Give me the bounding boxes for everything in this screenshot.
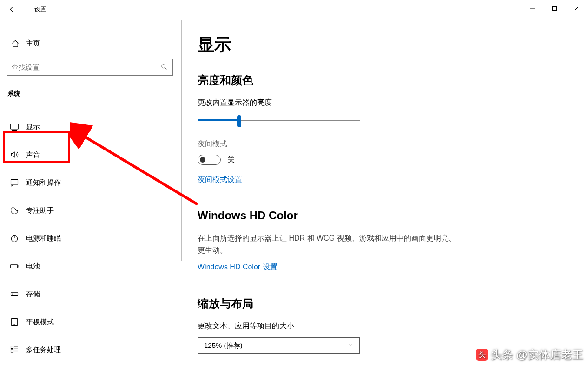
brightness-slider[interactable] xyxy=(198,113,360,124)
search-input[interactable]: 查找设置 xyxy=(7,59,173,76)
night-mode-label: 夜间模式 xyxy=(198,139,588,149)
back-button[interactable] xyxy=(3,0,21,19)
night-mode-toggle[interactable] xyxy=(198,155,221,165)
scale-dropdown[interactable]: 125% (推荐) xyxy=(198,337,360,354)
brightness-section: 亮度和颜色 更改内置显示器的亮度 夜间模式 关 夜间模式设置 xyxy=(198,73,588,185)
svg-line-5 xyxy=(165,68,166,69)
watermark-text: 头条 @实体店老王 xyxy=(491,347,583,362)
multitask-icon xyxy=(8,345,20,354)
svg-point-4 xyxy=(162,64,165,68)
sidebar-item-label: 存储 xyxy=(26,290,40,299)
sidebar-item-label: 多任务处理 xyxy=(26,346,61,354)
display-icon xyxy=(8,122,20,131)
scale-heading: 缩放与布局 xyxy=(198,296,588,311)
svg-rect-17 xyxy=(11,346,13,349)
sidebar-item-multitask[interactable]: 多任务处理 xyxy=(6,336,184,364)
night-mode-state: 关 xyxy=(227,155,235,165)
sidebar-item-label: 电源和睡眠 xyxy=(26,234,61,243)
section-label: 系统 xyxy=(6,90,184,98)
brightness-slider-label: 更改内置显示器的亮度 xyxy=(198,98,588,108)
svg-rect-6 xyxy=(11,124,19,129)
notify-icon xyxy=(8,178,20,187)
content-area: 显示 亮度和颜色 更改内置显示器的亮度 夜间模式 关 夜间模式设置 Window… xyxy=(184,19,588,366)
search-icon xyxy=(160,63,168,72)
scrollbar[interactable] xyxy=(181,20,182,261)
sidebar-item-focus[interactable]: 专注助手 xyxy=(6,196,184,224)
sidebar-item-storage[interactable]: 存储 xyxy=(6,280,184,308)
window-title: 设置 xyxy=(34,5,46,13)
brightness-heading: 亮度和颜色 xyxy=(198,73,588,88)
hdcolor-description: 在上面所选择的显示器上让 HDR 和 WCG 视频、游戏和应用中的画面更明亮、更… xyxy=(198,232,458,256)
sidebar: 主页 查找设置 系统 显示 声音 通知和操作 专注助手 xyxy=(0,19,184,366)
maximize-button[interactable] xyxy=(543,0,566,17)
watermark: 头 头条 @实体店老王 xyxy=(476,347,583,362)
window-controls xyxy=(521,0,588,17)
scale-section: 缩放与布局 更改文本、应用等项目的大小 125% (推荐) xyxy=(198,296,588,354)
hdcolor-settings-link[interactable]: Windows HD Color 设置 xyxy=(198,262,588,272)
sidebar-item-label: 平板模式 xyxy=(26,318,54,327)
sidebar-item-power[interactable]: 电源和睡眠 xyxy=(6,224,184,252)
sidebar-item-label: 电池 xyxy=(26,262,40,271)
page-title: 显示 xyxy=(198,33,588,56)
sidebar-item-label: 专注助手 xyxy=(26,206,54,215)
sidebar-item-label: 声音 xyxy=(26,150,40,159)
sidebar-item-tablet[interactable]: 平板模式 xyxy=(6,308,184,336)
nav-list: 显示 声音 通知和操作 专注助手 电源和睡眠 电池 xyxy=(6,113,184,364)
home-icon xyxy=(9,39,21,48)
svg-rect-18 xyxy=(11,350,13,352)
sidebar-item-display[interactable]: 显示 xyxy=(6,113,184,141)
titlebar: 设置 xyxy=(0,0,588,19)
sound-icon xyxy=(8,150,20,159)
watermark-logo-icon: 头 xyxy=(476,349,488,361)
tablet-icon xyxy=(8,317,20,327)
slider-thumb[interactable] xyxy=(237,115,241,127)
svg-rect-8 xyxy=(11,179,18,185)
home-link[interactable]: 主页 xyxy=(6,33,184,54)
close-button[interactable] xyxy=(566,0,588,17)
battery-icon xyxy=(8,261,20,271)
sidebar-item-label: 显示 xyxy=(26,123,40,131)
chevron-down-icon xyxy=(347,342,354,350)
scale-label: 更改文本、应用等项目的大小 xyxy=(198,321,588,331)
sidebar-item-battery[interactable]: 电池 xyxy=(6,252,184,280)
focus-icon xyxy=(8,206,20,215)
search-placeholder: 查找设置 xyxy=(12,63,40,72)
minimize-button[interactable] xyxy=(521,0,543,17)
svg-rect-1 xyxy=(553,7,557,11)
hdcolor-heading: Windows HD Color xyxy=(198,209,588,222)
sidebar-item-sound[interactable]: 声音 xyxy=(6,141,184,169)
svg-point-14 xyxy=(12,294,13,294)
home-label: 主页 xyxy=(26,39,40,48)
hdcolor-section: Windows HD Color 在上面所选择的显示器上让 HDR 和 WCG … xyxy=(198,209,588,272)
sidebar-item-notifications[interactable]: 通知和操作 xyxy=(6,169,184,196)
svg-rect-11 xyxy=(11,265,18,268)
dropdown-value: 125% (推荐) xyxy=(204,341,243,350)
sidebar-item-label: 通知和操作 xyxy=(26,178,61,187)
storage-icon xyxy=(8,289,20,299)
night-mode-settings-link[interactable]: 夜间模式设置 xyxy=(198,175,588,185)
svg-rect-12 xyxy=(18,266,19,267)
power-icon xyxy=(8,234,20,243)
